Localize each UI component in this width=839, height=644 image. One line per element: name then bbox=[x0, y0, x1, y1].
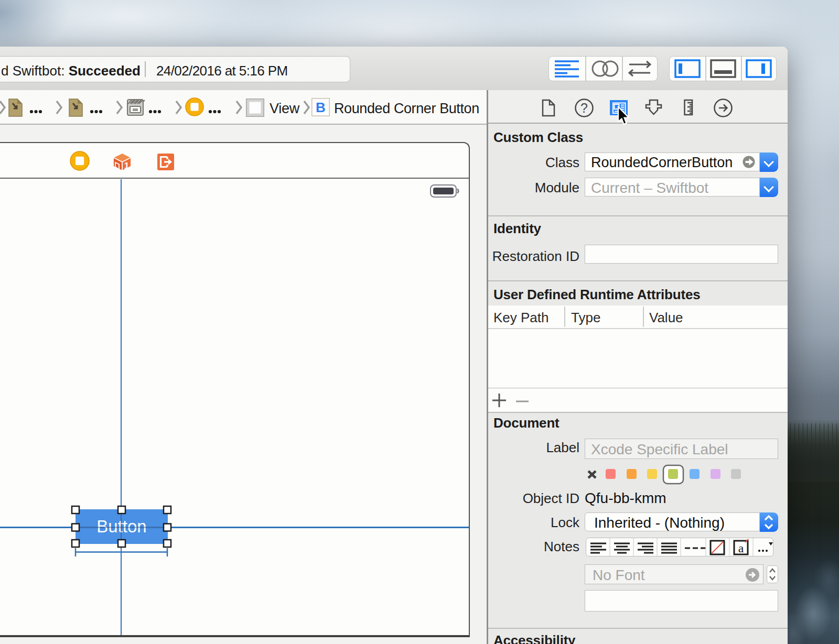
svg-text:?: ? bbox=[580, 101, 588, 115]
svg-text:1: 1 bbox=[124, 161, 129, 171]
svg-text:B: B bbox=[316, 100, 326, 115]
svg-text:a: a bbox=[738, 541, 744, 555]
